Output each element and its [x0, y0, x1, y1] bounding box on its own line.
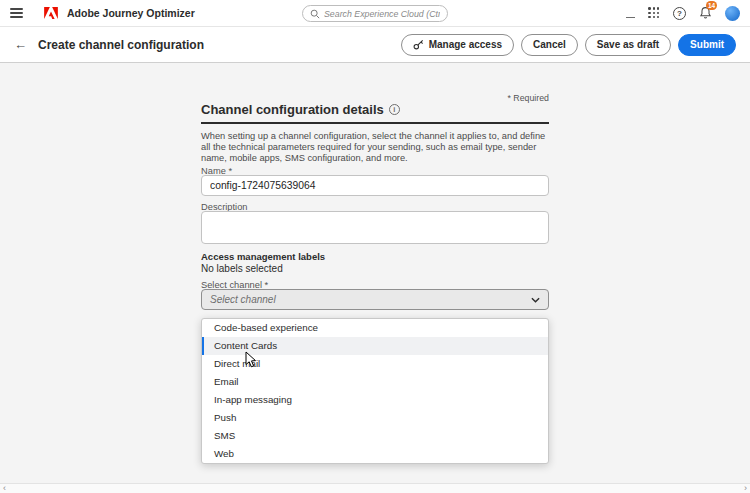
key-icon [413, 39, 424, 50]
page-header: ← Create channel configuration Manage ac… [0, 27, 750, 63]
notifications-bell-icon[interactable]: 14 [699, 6, 712, 20]
dropdown-item-in-app-messaging[interactable]: In-app messaging [202, 391, 548, 409]
channel-picker-value: Select channel [210, 294, 276, 305]
topbar-left: Adobe Journey Optimizer [10, 5, 195, 21]
hamburger-menu-icon[interactable] [10, 5, 23, 21]
section-description: When setting up a channel configuration,… [201, 131, 549, 164]
section-divider [201, 122, 549, 124]
search-box[interactable] [302, 5, 448, 22]
dropdown-item-web[interactable]: Web [202, 445, 548, 463]
page-actions: Manage access Cancel Save as draft Submi… [401, 34, 736, 56]
access-labels-value: No labels selected [201, 263, 549, 274]
topbar: Adobe Journey Optimizer ? [0, 0, 750, 27]
dropdown-item-content-cards[interactable]: Content Cards [202, 337, 548, 355]
save-as-draft-button[interactable]: Save as draft [585, 34, 671, 56]
channel-picker[interactable]: Select channel [201, 289, 549, 310]
submit-button[interactable]: Submit [678, 34, 736, 56]
apps-grid-icon[interactable] [648, 7, 660, 19]
notification-badge: 14 [706, 1, 717, 10]
avatar[interactable] [725, 6, 740, 21]
dropdown-item-push[interactable]: Push [202, 409, 548, 427]
form-column: * Required Channel configuration details… [201, 63, 549, 483]
horizontal-scrollbar[interactable]: ‹ › [0, 483, 750, 493]
info-icon[interactable]: i [389, 104, 400, 115]
scroll-right-icon[interactable]: › [744, 483, 747, 493]
section-title: Channel configuration details [201, 102, 384, 117]
dash-icon [626, 17, 635, 19]
section-header: Channel configuration details i [201, 102, 549, 117]
back-button[interactable]: ← [14, 38, 27, 51]
scroll-left-icon[interactable]: ‹ [3, 483, 6, 493]
description-input[interactable] [201, 211, 549, 244]
manage-access-button[interactable]: Manage access [401, 34, 514, 56]
dropdown-item-code-based-experience[interactable]: Code-based experience [202, 319, 548, 337]
access-labels-label: Access management labels [201, 251, 549, 262]
cancel-button[interactable]: Cancel [521, 34, 578, 56]
search-input[interactable] [324, 9, 440, 19]
manage-access-label: Manage access [429, 39, 502, 50]
topbar-right: ? 14 [626, 6, 740, 21]
dropdown-item-direct-mail[interactable]: Direct mail [202, 355, 548, 373]
app-window: Adobe Journey Optimizer ? [0, 0, 750, 493]
help-icon[interactable]: ? [673, 7, 686, 20]
search-icon [310, 9, 320, 19]
adobe-logo [44, 7, 58, 19]
dropdown-item-sms[interactable]: SMS [202, 427, 548, 445]
chevron-down-icon [531, 297, 540, 303]
dropdown-item-email[interactable]: Email [202, 373, 548, 391]
main-content: * Required Channel configuration details… [0, 63, 750, 483]
app-title: Adobe Journey Optimizer [67, 7, 195, 19]
name-input[interactable] [201, 175, 549, 196]
channel-dropdown-list: Code-based experience Content Cards Dire… [201, 318, 549, 464]
page-title: Create channel configuration [38, 38, 204, 52]
